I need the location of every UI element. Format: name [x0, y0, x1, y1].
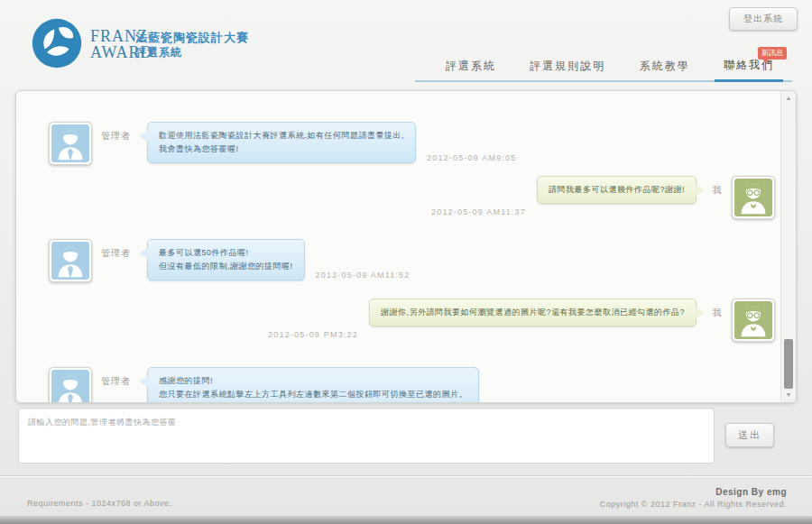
- message-bubble: 歡迎使用法藍瓷陶瓷設計大賽評選系統,如有任何問題請盡量提出, 我會盡快為您答覆喔…: [147, 122, 416, 163]
- message-bubble: 最多可以選50件作品喔! 但沒有最低的限制,謝謝您的提問喔!: [147, 239, 305, 280]
- app-subtitle: 評選系統: [135, 45, 182, 60]
- question-input[interactable]: [18, 408, 715, 464]
- franz-logo-icon: [31, 17, 83, 69]
- message-bubble: 謝謝你,另外請問我要如何瀏覽選過的圖片呢?還有我要怎麼取消已經勾選的作品?: [369, 299, 697, 326]
- chat-panel: 管理者 歡迎使用法藍瓷陶瓷設計大賽評選系統,如有任何問題請盡量提出, 我會盡快為…: [15, 90, 797, 403]
- chat-message-admin: 管理者 感謝您的提問! 您只要在評選系統點擊左上方工具列左邊數來第二個按鈕即可切…: [49, 367, 775, 402]
- tab-contact-us[interactable]: 聯絡我們 新訊息: [715, 58, 783, 82]
- admin-avatar: [49, 239, 92, 282]
- scrollbar-thumb[interactable]: [784, 339, 793, 389]
- chat-message-admin: 管理者 歡迎使用法藍瓷陶瓷設計大賽評選系統,如有任何問題請盡量提出, 我會盡快為…: [49, 122, 775, 165]
- chat-message-admin: 管理者 最多可以選50件作品喔! 但沒有最低的限制,謝謝您的提問喔! 2012-…: [49, 239, 775, 282]
- bottom-bar: [0, 516, 812, 524]
- user-avatar: [732, 299, 775, 342]
- main-nav: 評選系統 評選規則說明 系統教學 聯絡我們 新訊息: [415, 54, 792, 82]
- admin-avatar: [49, 122, 92, 165]
- sender-label: 管理者: [101, 247, 131, 260]
- scroll-up-icon[interactable]: ▲: [781, 92, 796, 105]
- tab-tutorial[interactable]: 系統教學: [631, 59, 699, 80]
- new-message-badge: 新訊息: [758, 47, 787, 60]
- chat-message-user: 2012-05-09 AM11:37 請問我最多可以選幾件作品呢?謝謝! 我: [49, 176, 775, 219]
- app-title: 法藍瓷陶瓷設計大賽: [135, 30, 249, 46]
- sender-label: 我: [713, 307, 723, 319]
- scroll-down-icon[interactable]: ▼: [781, 389, 796, 401]
- message-timestamp: 2012-05-09 PM3:22: [268, 330, 358, 339]
- admin-avatar: [49, 367, 92, 402]
- tab-judging-system[interactable]: 評選系統: [437, 59, 505, 80]
- tab-rules[interactable]: 評選規則說明: [521, 59, 614, 80]
- message-bubble: 請問我最多可以選幾件作品呢?謝謝!: [537, 176, 697, 204]
- requirements-text: Requirements - 1024x768 or Above.: [27, 499, 172, 508]
- logout-button[interactable]: 登出系統: [729, 7, 798, 31]
- chat-scrollbar[interactable]: ▲ ▼: [780, 91, 796, 402]
- message-timestamp: 2012-05-09 AM11:37: [431, 207, 526, 216]
- message-timestamp: 2012-05-09 AM9:05: [427, 153, 516, 162]
- user-avatar: [732, 176, 775, 219]
- footer-divider: [0, 475, 812, 477]
- chat-message-list: 管理者 歡迎使用法藍瓷陶瓷設計大賽評選系統,如有任何問題請盡量提出, 我會盡快為…: [16, 91, 780, 402]
- design-by-text: Design By emg: [715, 487, 787, 497]
- send-button[interactable]: 送出: [725, 423, 774, 447]
- sender-label: 管理者: [101, 375, 131, 388]
- chat-message-user: 2012-05-09 PM3:22 謝謝你,另外請問我要如何瀏覽選過的圖片呢?還…: [49, 299, 775, 342]
- message-timestamp: 2012-05-09 AM11:52: [316, 271, 411, 280]
- message-bubble: 感謝您的提問! 您只要在評選系統點擊左上方工具列左邊數來第二個按鈕即可切換至已選…: [147, 367, 479, 402]
- sender-label: 我: [713, 184, 723, 197]
- sender-label: 管理者: [101, 130, 131, 142]
- copyright-text: Copyright © 2012 Franz - All Rights Rese…: [600, 500, 787, 509]
